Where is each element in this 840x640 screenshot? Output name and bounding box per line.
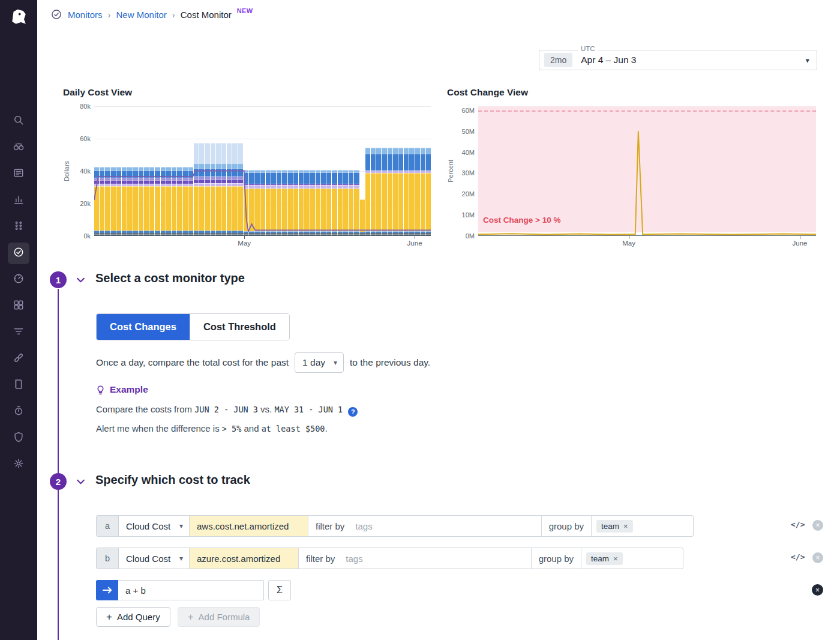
query-a-code-icon[interactable]: </> [791,520,805,529]
sidebar-item-settings[interactable] [8,454,29,475]
period-select[interactable]: 1 day ▾ [295,352,344,373]
y-axis: 0M10M20M30M40M50M60M [455,106,478,236]
x-axis: MayJune [478,236,816,249]
group-tag-pill[interactable]: team × [596,520,633,533]
y-tick-label: 40M [462,149,475,156]
sidebar-item-metrics[interactable] [8,190,29,211]
query-b-code-icon[interactable]: </> [791,552,805,561]
add-query-button[interactable]: + Add Query [96,607,170,627]
query-a-source-select[interactable]: Cloud Cost ▾ [119,516,190,536]
cost-threshold-tab[interactable]: Cost Threshold [190,314,289,340]
period-select-value: 1 day [302,357,325,368]
sidebar-item-integrations[interactable] [8,295,29,317]
compare-range-b: MAY 31 - JUN 1 [274,405,343,414]
chevron-down-icon: ▾ [334,358,337,367]
sidebar-item-monitors[interactable] [8,243,29,264]
formula-input[interactable] [118,580,264,600]
x-axis: MayJune [94,236,431,249]
x-tick-label: May [238,240,251,247]
x-tick-mark [800,236,800,239]
chevron-down-icon: ▾ [805,56,809,65]
chevron-down-icon: ▾ [179,522,183,530]
integrations-icon [13,299,25,313]
sigma-function-button[interactable]: Σ [268,580,291,600]
sidebar-item-profiling[interactable] [8,401,29,423]
settings-icon [13,457,25,472]
compare-range-a: JUN 2 - JUN 3 [194,405,258,414]
query-actions: + Add Query + Add Formula [96,607,260,627]
datadog-logo-icon[interactable] [0,0,37,34]
query-b-source-select[interactable]: Cloud Cost ▾ [119,548,190,569]
query-b-metric-input[interactable] [190,548,299,569]
logs-icon [13,378,25,393]
cost-change-line [478,131,816,235]
monitor-check-icon [50,8,62,20]
sidebar-item-security[interactable] [8,427,29,449]
y-tick-label: 0k [83,232,91,240]
query-a-metric-input[interactable] [190,516,308,536]
query-a-remove-button[interactable]: × [812,520,823,531]
query-a-filter-by-label: filter by [308,516,352,536]
example-alert-line: Alert me when the difference is > 5% and… [96,423,328,433]
time-range-value: Apr 4 – Jun 3 [581,55,636,65]
collapse-section-1-chevron-icon[interactable] [76,275,86,288]
collapse-section-2-chevron-icon[interactable] [76,477,86,489]
add-query-label: Add Query [117,612,160,622]
query-b-filter-by-label: filter by [299,548,342,569]
sidebar-item-service-map[interactable] [8,348,29,370]
x-tick-mark [244,236,245,239]
search-icon [13,114,25,128]
service-map-icon [13,352,25,366]
query-b-filter-tags-input[interactable] [342,548,530,569]
alert-conjunction: and [244,423,259,433]
remove-tag-icon[interactable]: × [623,522,628,531]
query-letter-b: b [97,548,119,569]
y-tick-label: 80k [80,103,91,110]
daily-cost-view-plot[interactable] [94,106,431,236]
sidebar-item-pipelines[interactable] [8,322,29,343]
alert-amount: at least $500 [262,424,325,433]
breadcrumb-new-monitor-link[interactable]: New Monitor [116,10,167,20]
group-tag-label: team [591,554,609,563]
timezone-label: UTC [578,45,598,52]
example-toggle[interactable]: Example [95,384,148,395]
lightbulb-icon [95,385,106,395]
sidebar-item-events[interactable] [8,163,29,185]
formula-remove-button[interactable]: × [812,584,823,596]
daily-cost-view-chart: Daily Cost ViewDollars0k20k40k60k80kMayJ… [63,87,431,249]
plus-icon: + [188,611,194,623]
remove-tag-icon[interactable]: × [613,554,618,563]
query-b-remove-button[interactable]: × [812,552,823,563]
sidebar-item-processes[interactable] [8,216,29,238]
new-badge: NEW [237,7,253,14]
compare-vs: vs. [260,404,272,414]
query-a-group-by-input[interactable]: team × [591,516,693,536]
x-tick-label: May [622,240,635,247]
query-b-group-by-input[interactable]: team × [581,548,683,569]
cost-change-view-plot[interactable]: Cost Change > 10 % [478,106,816,236]
sidebar-nav [0,110,37,475]
breadcrumb-monitors-link[interactable]: Monitors [68,10,103,20]
cost-changes-tab[interactable]: Cost Changes [97,314,190,340]
events-icon [13,167,25,181]
sidebar-item-search[interactable] [8,110,29,132]
group-tag-pill[interactable]: team × [586,552,623,565]
chart-title: Cost Change View [447,87,816,98]
y-tick-label: 60M [462,107,475,114]
formula-arrow-icon[interactable] [96,580,118,600]
breadcrumb-separator-icon: › [172,10,175,20]
pipelines-icon [13,325,25,340]
time-range-picker[interactable]: 2mo UTC Apr 4 – Jun 3 ▾ [539,50,817,70]
sidebar-item-logs[interactable] [8,375,29,396]
sidebar-item-host-map[interactable] [8,137,29,158]
query-a-filter-tags-input[interactable] [352,516,541,536]
frequency-prefix: Once a day, compare the total cost for t… [96,357,289,368]
step-1-badge: 1 [50,271,67,288]
section-2-title: Specify which cost to track [95,473,250,487]
alert-condition: > 5% [222,424,242,433]
query-row-a: a Cloud Cost ▾ filter by group by team × [96,515,694,537]
sidebar-item-apm[interactable] [8,269,29,291]
query-b-group-by-label: group by [531,548,581,569]
help-icon[interactable]: ? [348,407,358,417]
add-formula-button[interactable]: + Add Formula [178,607,260,627]
